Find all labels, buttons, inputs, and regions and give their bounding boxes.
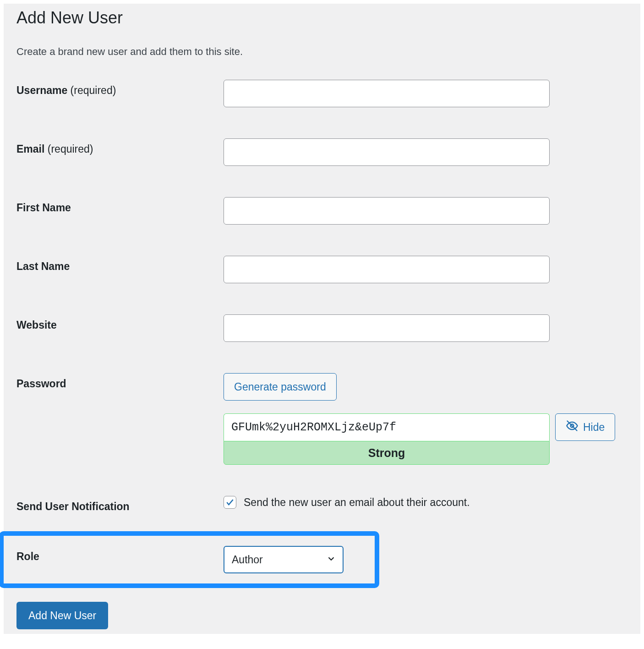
password-strength-indicator: Strong [224,441,550,465]
check-icon [225,498,235,507]
notification-checkbox-label: Send the new user an email about their a… [244,496,470,509]
generate-password-button[interactable]: Generate password [224,373,337,401]
add-new-user-button[interactable]: Add New User [16,602,108,629]
role-label: Role [16,550,39,562]
role-highlight-box: Role Author [0,531,379,588]
hide-password-button[interactable]: Hide [555,413,615,441]
username-input[interactable] [224,80,550,107]
password-input[interactable] [224,413,550,441]
notification-checkbox[interactable] [224,496,236,509]
password-label: Password [16,378,66,390]
website-label: Website [16,319,57,331]
email-label: Email (required) [16,143,93,155]
role-select[interactable]: Author [224,546,344,573]
page-title: Add New User [16,4,628,46]
website-input[interactable] [224,314,550,342]
page-subtitle: Create a brand new user and add them to … [16,46,628,58]
email-input[interactable] [224,138,550,166]
username-label: Username (required) [16,84,116,96]
last-name-input[interactable] [224,256,550,283]
notification-label: Send User Notification [16,500,130,512]
last-name-label: Last Name [16,260,70,272]
first-name-input[interactable] [224,197,550,225]
first-name-label: First Name [16,202,71,214]
eye-slash-icon [566,419,579,435]
